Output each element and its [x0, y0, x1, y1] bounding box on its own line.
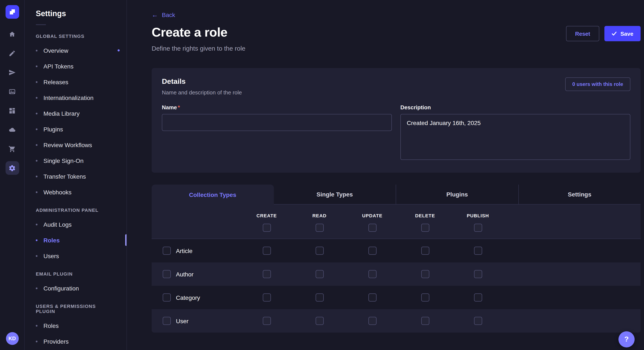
content-manager-icon[interactable] [5, 46, 19, 60]
article-row-checkbox[interactable] [163, 247, 171, 255]
user-update-checkbox[interactable] [368, 317, 376, 325]
select-all-read-checkbox[interactable] [316, 224, 324, 232]
category-publish-checkbox[interactable] [474, 293, 482, 302]
tab-plugins[interactable]: Plugins [396, 184, 518, 204]
sidebar-item-webhooks[interactable]: Webhooks [25, 184, 126, 200]
section-heading-global-settings: GLOBAL SETTINGS [25, 26, 126, 42]
user-read-checkbox[interactable] [316, 317, 324, 325]
column-header-publish: PUBLISH [467, 213, 489, 218]
marketplace-cart-icon[interactable] [5, 142, 19, 156]
bullet-icon [36, 65, 38, 67]
sidebar-item-releases[interactable]: Releases [25, 74, 126, 90]
help-button[interactable]: ? [618, 331, 635, 348]
column-header-delete: DELETE [415, 213, 435, 218]
main-nav-rail: KD [0, 0, 25, 350]
author-row-checkbox[interactable] [163, 270, 171, 278]
select-all-delete-checkbox[interactable] [421, 224, 429, 232]
article-create-checkbox[interactable] [262, 247, 271, 255]
sidebar-item-users[interactable]: Users [25, 248, 126, 264]
bullet-icon [36, 255, 38, 257]
home-icon[interactable] [5, 27, 19, 41]
author-update-checkbox[interactable] [368, 270, 376, 278]
save-button[interactable]: Save [604, 26, 640, 41]
category-read-checkbox[interactable] [316, 293, 324, 302]
user-create-checkbox[interactable] [262, 317, 271, 325]
user-publish-checkbox[interactable] [474, 317, 482, 325]
page-subtitle: Define the rights given to the role [152, 45, 245, 52]
author-create-checkbox[interactable] [262, 270, 271, 278]
bullet-icon [36, 97, 38, 98]
sidebar-item-review-workflows[interactable]: Review Workflows [25, 137, 126, 153]
sidebar-item-roles[interactable]: Roles [25, 232, 126, 248]
sidebar-item-audit-logs[interactable]: Audit Logs [25, 216, 126, 232]
settings-gear-icon[interactable] [5, 161, 19, 175]
bullet-icon [36, 341, 38, 342]
description-textarea[interactable]: Created January 16th, 2025 [400, 114, 630, 160]
rail-icons [5, 27, 19, 175]
main-content: ← Back Create a role Define the rights g… [127, 0, 644, 350]
user-avatar[interactable]: KD [6, 332, 18, 345]
sidebar-item-media-library[interactable]: Media Library [25, 105, 126, 121]
sidebar-item-up-roles[interactable]: Roles [25, 318, 126, 334]
media-library-icon[interactable] [5, 85, 19, 98]
bullet-icon [36, 239, 38, 241]
cloud-icon[interactable] [5, 123, 19, 137]
required-asterisk: * [178, 104, 180, 111]
select-all-publish-checkbox[interactable] [474, 224, 482, 232]
releases-icon[interactable] [5, 65, 19, 79]
sidebar-item-configuration[interactable]: Configuration [25, 280, 126, 296]
active-item-indicator [125, 234, 126, 246]
name-label: Name [162, 104, 177, 111]
bullet-icon [36, 160, 38, 161]
sidebar-item-api-tokens[interactable]: API Tokens [25, 58, 126, 74]
user-row-checkbox[interactable] [163, 317, 171, 325]
article-update-checkbox[interactable] [368, 247, 376, 255]
sidebar-item-single-sign-on[interactable]: Single Sign-On [25, 153, 126, 169]
author-delete-checkbox[interactable] [421, 270, 429, 278]
tab-single-types[interactable]: Single Types [274, 184, 396, 204]
bullet-icon [36, 113, 38, 114]
sidebar-title-divider [36, 24, 46, 25]
name-input[interactable] [162, 114, 392, 131]
select-all-update-checkbox[interactable] [368, 224, 376, 232]
sidebar-item-plugins[interactable]: Plugins [25, 121, 126, 137]
section-heading-users-permissions-plugin: USERS & PERMISSIONS PLUGIN [25, 296, 126, 318]
sidebar-title: Settings [25, 9, 126, 18]
strapi-logo[interactable] [5, 5, 19, 19]
category-create-checkbox[interactable] [262, 293, 271, 302]
content-type-builder-icon[interactable] [5, 104, 19, 117]
name-field-group: Name* [162, 104, 392, 131]
back-link[interactable]: ← Back [152, 11, 175, 18]
back-arrow-icon: ← [152, 11, 158, 18]
sidebar-item-internationalization[interactable]: Internationalization [25, 90, 126, 105]
select-all-create-checkbox[interactable] [262, 224, 271, 232]
users-with-role-button[interactable]: 0 users with this role [565, 77, 630, 91]
bullet-icon [36, 49, 38, 51]
tab-settings[interactable]: Settings [518, 184, 640, 204]
name-column-spacer [152, 213, 240, 232]
reset-button[interactable]: Reset [566, 26, 599, 41]
article-read-checkbox[interactable] [316, 247, 324, 255]
author-publish-checkbox[interactable] [474, 270, 482, 278]
permissions-table: CREATE READ UPDATE DELETE [152, 204, 640, 333]
table-row-article: Article [152, 239, 640, 262]
sidebar-item-overview[interactable]: Overview [25, 42, 126, 58]
sidebar-item-transfer-tokens[interactable]: Transfer Tokens [25, 169, 126, 184]
bullet-icon [36, 325, 38, 326]
sidebar-item-providers[interactable]: Providers [25, 334, 126, 349]
category-row-checkbox[interactable] [163, 293, 171, 302]
tab-collection-types[interactable]: Collection Types [152, 184, 274, 204]
bullet-icon [36, 144, 38, 146]
bullet-icon [36, 223, 38, 225]
bullet-icon [36, 287, 38, 289]
author-read-checkbox[interactable] [316, 270, 324, 278]
article-delete-checkbox[interactable] [421, 247, 429, 255]
category-delete-checkbox[interactable] [421, 293, 429, 302]
column-header-create: CREATE [256, 213, 277, 218]
article-publish-checkbox[interactable] [474, 247, 482, 255]
user-delete-checkbox[interactable] [421, 317, 429, 325]
permissions-rows: Article Author [152, 239, 640, 333]
description-label: Description [400, 104, 431, 111]
header-right-spacer [504, 213, 640, 232]
category-update-checkbox[interactable] [368, 293, 376, 302]
